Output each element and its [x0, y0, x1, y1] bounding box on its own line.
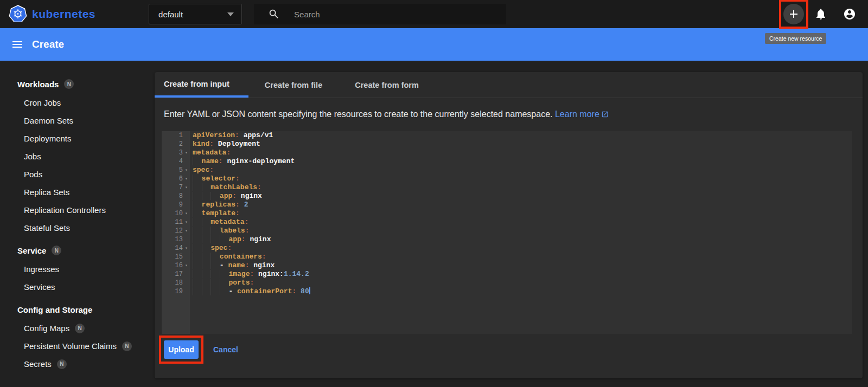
sidebar-item-label: Persistent Volume Claims — [24, 341, 117, 351]
line-gutter: 11▾ — [162, 218, 190, 227]
sidebar-group-label: Service — [17, 246, 46, 255]
kubernetes-helm-icon — [9, 5, 27, 23]
line-gutter: 17 — [162, 270, 190, 279]
sidebar-item-deployments[interactable]: Deployments — [0, 130, 150, 147]
tab-label: Create from form — [355, 81, 419, 89]
new-badge: N — [64, 79, 74, 89]
fold-marker-icon[interactable]: ▾ — [183, 166, 190, 175]
fold-marker-icon[interactable]: ▾ — [183, 175, 190, 183]
fold-marker-icon[interactable]: ▾ — [183, 218, 190, 227]
line-number: 6 — [179, 175, 183, 183]
sidebar-item-daemon-sets[interactable]: Daemon Sets — [0, 112, 150, 130]
search-input[interactable] — [294, 10, 500, 19]
cancel-button[interactable]: Cancel — [213, 345, 238, 354]
account-button[interactable] — [839, 3, 860, 25]
search-icon — [268, 8, 280, 20]
fold-marker-icon[interactable]: ▾ — [183, 227, 190, 235]
line-number: 5 — [179, 166, 183, 175]
notifications-button[interactable] — [810, 3, 832, 25]
new-badge: N — [52, 246, 61, 255]
code-line: 10▾ template: — [162, 209, 852, 218]
account-circle-icon — [843, 8, 856, 21]
namespace-selector[interactable]: default — [149, 4, 242, 24]
sidebar-item-jobs[interactable]: Jobs — [0, 147, 150, 165]
create-new-resource-button[interactable] — [783, 4, 804, 24]
code-text: matchLabels: — [190, 183, 261, 192]
tab-create-from-input[interactable]: Create from input — [155, 72, 248, 98]
tab-create-from-file[interactable]: Create from file — [248, 72, 339, 98]
code-text: spec: — [190, 166, 214, 175]
code-line: 17 image: nginx:1.14.2 — [162, 270, 852, 279]
code-text: image: nginx:1.14.2 — [190, 270, 309, 279]
code-text: replicas: 2 — [190, 201, 248, 209]
sidebar-item-replica-sets[interactable]: Replica Sets — [0, 183, 150, 201]
plus-icon — [787, 8, 800, 21]
hamburger-menu-button[interactable] — [11, 38, 24, 51]
sidebar-item-label: Cron Jobs — [24, 98, 61, 107]
sidebar-group-workloads[interactable]: WorkloadsN — [0, 74, 150, 94]
external-link-icon — [601, 111, 609, 118]
sidebar-item-label: Daemon Sets — [24, 116, 73, 125]
sidebar-item-replication-controllers[interactable]: Replication Controllers — [0, 201, 150, 219]
learn-more-link[interactable]: Learn more — [555, 109, 609, 119]
fold-marker-icon[interactable]: ▾ — [183, 183, 190, 192]
sidebar-group-config-and-storage[interactable]: Config and Storage — [0, 300, 150, 319]
sidebar-item-cron-jobs[interactable]: Cron Jobs — [0, 94, 150, 112]
line-number: 8 — [179, 192, 183, 201]
line-number: 18 — [175, 279, 183, 287]
line-gutter: 15 — [162, 253, 190, 261]
line-gutter: 4 — [162, 157, 190, 166]
sidebar-item-label: Replica Sets — [24, 188, 69, 197]
create-tooltip: Create new resource — [765, 33, 826, 44]
line-gutter: 1 — [162, 131, 190, 140]
code-line: 16▾ - name: nginx — [162, 261, 852, 270]
sidebar-item-label: Stateful Sets — [24, 223, 70, 233]
top-app-bar: kubernetes default Crea — [0, 0, 868, 28]
line-number: 1 — [179, 131, 183, 140]
sidebar-item-ingresses[interactable]: Ingresses — [0, 260, 150, 278]
code-text: kind: Deployment — [190, 140, 260, 149]
upload-button[interactable]: Upload — [164, 340, 199, 359]
code-line: 1apiVersion: apps/v1 — [162, 131, 852, 140]
sidebar-item-label: Jobs — [24, 152, 41, 161]
new-badge: N — [75, 324, 85, 333]
fold-marker-icon[interactable]: ▾ — [183, 261, 190, 270]
line-gutter: 19 — [162, 287, 190, 296]
code-line: 15 containers: — [162, 253, 852, 261]
sidebar-item-label: Config Maps — [24, 324, 69, 333]
search-bar[interactable] — [254, 4, 506, 24]
sidebar-item-stateful-sets[interactable]: Stateful Sets — [0, 219, 150, 237]
code-line: 18 ports: — [162, 279, 852, 287]
sidebar-group-service[interactable]: ServiceN — [0, 241, 150, 260]
code-line: 9 replicas: 2 — [162, 201, 852, 209]
fold-marker-icon[interactable]: ▾ — [183, 209, 190, 218]
code-line: 7▾ matchLabels: — [162, 183, 852, 192]
code-line: 8 app: nginx — [162, 192, 852, 201]
create-card: Create from inputCreate from fileCreate … — [155, 72, 863, 378]
line-gutter: 14▾ — [162, 244, 190, 253]
sidebar-item-label: Services — [24, 282, 55, 292]
sidebar-item-services[interactable]: Services — [0, 278, 150, 296]
code-line: 4 name: nginx-deployment — [162, 157, 852, 166]
line-gutter: 10▾ — [162, 209, 190, 218]
line-number: 7 — [179, 183, 183, 192]
sidebar-item-pods[interactable]: Pods — [0, 165, 150, 183]
new-badge: N — [57, 359, 67, 369]
fold-marker-icon[interactable]: ▾ — [183, 149, 190, 157]
line-number: 12 — [175, 227, 183, 235]
sidebar-item-persistent-volume-claims[interactable]: Persistent Volume ClaimsN — [0, 337, 150, 355]
kubernetes-logo[interactable]: kubernetes — [9, 5, 95, 23]
editor-empty-space — [162, 296, 852, 334]
tab-create-from-form[interactable]: Create from form — [339, 72, 435, 98]
annotation-box-upload: Upload — [159, 336, 203, 364]
sidebar-item-secrets[interactable]: SecretsN — [0, 355, 150, 373]
tab-label: Create from file — [265, 81, 322, 89]
sidebar-item-label: Deployments — [24, 134, 72, 143]
sidebar-nav: WorkloadsNCron JobsDaemon SetsDeployment… — [0, 61, 150, 387]
fold-marker-icon[interactable]: ▾ — [183, 244, 190, 253]
sidebar-item-config-maps[interactable]: Config MapsN — [0, 319, 150, 337]
code-text: - containerPort: 80 — [190, 287, 310, 296]
sidebar-section-config-and-storage: Config and StorageConfig MapsNPersistent… — [0, 300, 150, 373]
line-gutter: 8 — [162, 192, 190, 201]
yaml-editor[interactable]: 1apiVersion: apps/v12kind: Deployment3▾m… — [162, 131, 852, 334]
